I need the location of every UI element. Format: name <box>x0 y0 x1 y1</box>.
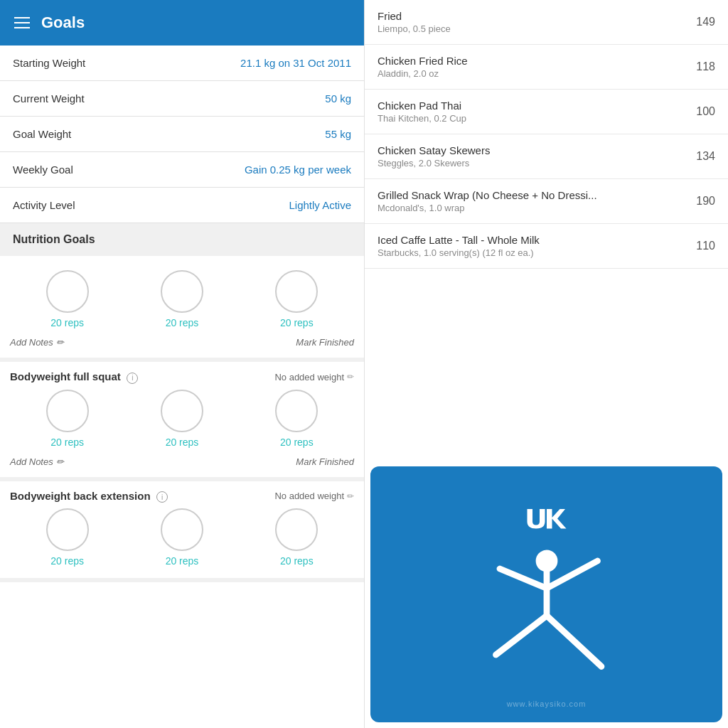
under-armour-logo <box>511 502 582 530</box>
reps-text: 20 reps <box>166 317 199 328</box>
food-detail: Liempo, 0.5 piece <box>378 23 687 34</box>
food-name: Chicken Satay Skewers <box>378 144 687 156</box>
food-item-3: Chicken Satay Skewers Steggles, 2.0 Skew… <box>365 134 728 179</box>
circle <box>275 390 318 432</box>
reps-text: 20 reps <box>280 317 314 328</box>
rep-circle-1: 20 reps <box>46 508 89 567</box>
goal-row-current-weight: Current Weight 50 kg <box>0 81 364 117</box>
exercise-weight: No added weight ✏ <box>274 372 354 382</box>
circle <box>161 270 203 313</box>
svg-line-5 <box>547 616 601 667</box>
goal-label: Starting Weight <box>13 57 240 69</box>
food-detail: Steggles, 2.0 Skewers <box>378 158 687 168</box>
exercise-footer: Add Notes ✏ Mark Finished <box>10 334 354 352</box>
food-calories: 149 <box>687 16 715 28</box>
food-calories: 100 <box>687 105 715 118</box>
rep-circle-3: 20 reps <box>275 270 318 328</box>
goal-label: Current Weight <box>13 92 325 105</box>
reps-text: 20 reps <box>280 437 314 448</box>
circle <box>275 270 318 313</box>
exercise-name: Bodyweight full squat <box>10 370 121 382</box>
food-item-0: Fried Liempo, 0.5 piece 149 <box>365 0 728 45</box>
page-title: Goals <box>41 14 85 32</box>
circle <box>275 508 318 551</box>
goal-value: 55 kg <box>325 128 351 140</box>
add-notes-button[interactable]: Add Notes ✏ <box>10 456 64 467</box>
food-item-4: Grilled Snack Wrap (No Cheese + No Dress… <box>365 179 728 224</box>
food-calories: 134 <box>687 150 715 163</box>
exercise-section-1: 20 reps 20 reps 20 reps Add Notes ✏ Mark… <box>0 256 364 362</box>
mark-finished-button[interactable]: Mark Finished <box>296 337 354 348</box>
nutrition-goals-header: Nutrition Goals <box>0 223 364 256</box>
circle <box>46 390 89 432</box>
food-item-1: Chicken Fried Rice Aladdin, 2.0 oz 118 <box>365 45 728 90</box>
menu-button[interactable] <box>14 17 30 28</box>
info-icon: i <box>127 373 138 384</box>
svg-point-0 <box>535 550 557 572</box>
svg-line-2 <box>500 569 547 589</box>
exercise-section-3: Bodyweight back extension i No added wei… <box>0 481 364 583</box>
goal-row-weekly-goal: Weekly Goal Gain 0.25 kg per week <box>0 152 364 188</box>
food-name: Iced Caffe Latte - Tall - Whole Milk <box>378 234 687 246</box>
food-calories: 118 <box>687 60 715 73</box>
svg-line-4 <box>496 616 547 655</box>
app-header: Goals <box>0 0 364 46</box>
exercise-weight: No added weight ✏ <box>274 491 354 501</box>
reps-text: 20 reps <box>280 555 314 567</box>
food-name: Chicken Pad Thai <box>378 100 687 112</box>
goal-label: Activity Level <box>13 199 289 211</box>
pencil-icon: ✏ <box>56 456 64 467</box>
goal-row-goal-weight: Goal Weight 55 kg <box>0 117 364 152</box>
food-detail: Aladdin, 2.0 oz <box>378 68 687 79</box>
food-calories: 190 <box>687 195 715 208</box>
goal-value: 21.1 kg on 31 Oct 2011 <box>240 57 351 69</box>
reps-row: 20 reps 20 reps 20 reps <box>10 270 354 328</box>
watermark-text: www.kikaysiko.com <box>507 700 587 708</box>
rep-circle-1: 20 reps <box>46 390 89 448</box>
rep-circle-3: 20 reps <box>275 390 318 448</box>
food-detail: Thai Kitchen, 0.2 Cup <box>378 113 687 124</box>
food-item-5: Iced Caffe Latte - Tall - Whole Milk Sta… <box>365 224 728 269</box>
rep-circle-1: 20 reps <box>46 270 89 328</box>
food-list: Fried Liempo, 0.5 piece 149 Chicken Frie… <box>365 0 728 461</box>
rep-circle-2: 20 reps <box>161 390 203 448</box>
rep-circle-2: 20 reps <box>161 270 203 328</box>
reps-text: 20 reps <box>50 317 84 328</box>
exercise-footer: Add Notes ✏ Mark Finished <box>10 454 354 471</box>
food-name: Grilled Snack Wrap (No Cheese + No Dress… <box>378 189 687 201</box>
goal-value: Gain 0.25 kg per week <box>245 164 351 176</box>
pencil-icon: ✏ <box>56 337 64 348</box>
goals-list: Starting Weight 21.1 kg on 31 Oct 2011 C… <box>0 46 364 728</box>
food-detail: Mcdonald's, 1.0 wrap <box>378 203 687 213</box>
reps-text: 20 reps <box>50 437 84 448</box>
edit-icon[interactable]: ✏ <box>347 491 354 501</box>
circle <box>46 508 89 551</box>
mark-finished-button[interactable]: Mark Finished <box>296 456 354 467</box>
food-name: Chicken Fried Rice <box>378 55 687 67</box>
exercise-title-row: Bodyweight back extension i No added wei… <box>10 490 354 503</box>
circle <box>161 508 203 551</box>
right-panel: Fried Liempo, 0.5 piece 149 Chicken Frie… <box>364 0 728 728</box>
goal-value: 50 kg <box>325 92 351 105</box>
food-item-2: Chicken Pad Thai Thai Kitchen, 0.2 Cup 1… <box>365 90 728 134</box>
edit-icon[interactable]: ✏ <box>347 372 354 382</box>
add-notes-button[interactable]: Add Notes ✏ <box>10 337 64 348</box>
goal-label: Weekly Goal <box>13 164 245 176</box>
goal-label: Goal Weight <box>13 128 325 140</box>
circle <box>46 270 89 313</box>
exercise-title-row: Bodyweight full squat i No added weight … <box>10 370 354 384</box>
reps-text: 20 reps <box>50 555 84 567</box>
left-panel: Goals Starting Weight 21.1 kg on 31 Oct … <box>0 0 364 728</box>
food-calories: 110 <box>687 240 715 252</box>
exercise-name: Bodyweight back extension <box>10 490 151 502</box>
reps-text: 20 reps <box>166 437 199 448</box>
food-detail: Starbucks, 1.0 serving(s) (12 fl oz ea.) <box>378 247 687 258</box>
jumping-figure <box>469 545 625 687</box>
rep-circle-2: 20 reps <box>161 508 203 567</box>
reps-text: 20 reps <box>166 555 199 567</box>
info-icon: i <box>156 491 168 503</box>
app-banner: www.kikaysiko.com <box>370 466 722 722</box>
reps-row: 20 reps 20 reps 20 reps <box>10 508 354 567</box>
exercise-section-2: Bodyweight full squat i No added weight … <box>0 362 364 481</box>
reps-row: 20 reps 20 reps 20 reps <box>10 390 354 448</box>
